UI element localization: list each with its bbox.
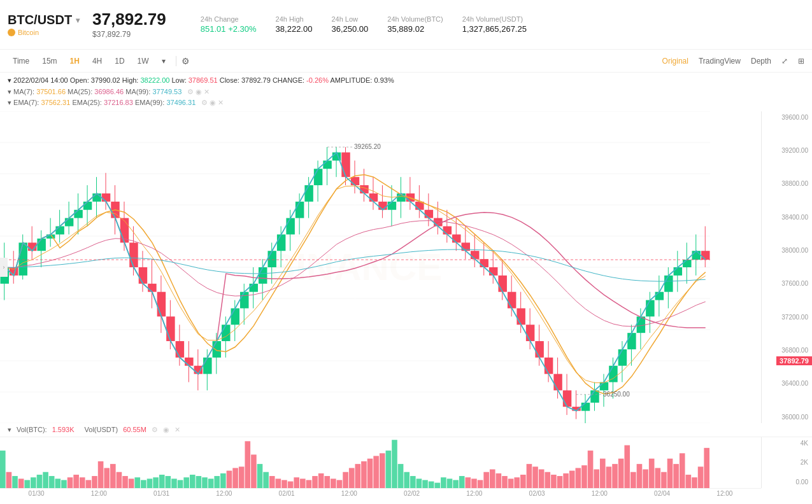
toolbar-15m[interactable]: 15m — [37, 55, 62, 67]
ma-close-icon[interactable]: ✕ — [204, 88, 210, 95]
vol-usdt-chart: 60.55M — [123, 426, 146, 433]
ma-line: ▾ MA(7): 37501.66 MA(25): 36986.46 MA(99… — [8, 87, 804, 98]
ema-close-icon[interactable]: ✕ — [218, 99, 224, 106]
chart-info: ▾ 2022/02/04 14:00 Open: 37990.02 High: … — [0, 73, 812, 111]
header: BTC/USDT ▾ Bitcoin 37,892.79 $37,892.79 … — [0, 0, 812, 50]
time-label-5: 12:00 — [341, 490, 357, 497]
time-label-6: 02/02 — [404, 490, 420, 497]
ma99: 37749.53 — [152, 88, 182, 95]
pair-info: BTC/USDT ▾ Bitcoin — [8, 13, 80, 36]
main-price: 37,892.79 — [92, 11, 166, 27]
chart-expand-left[interactable]: › — [0, 258, 8, 277]
ema25: 37216.83 — [104, 99, 133, 106]
toolbar-1d[interactable]: 1D — [110, 55, 129, 67]
time-label-8: 02/03 — [529, 490, 545, 497]
time-label-10: 02/04 — [654, 490, 670, 497]
toolbar-tradingview[interactable]: TradingView — [699, 57, 741, 66]
ohlc-close: 37892.79 — [241, 76, 271, 84]
pair-dropdown-icon[interactable]: ▾ — [76, 16, 80, 25]
vol-tick-2k: 2K — [762, 459, 812, 466]
pair-name: BTC/USDT ▾ — [8, 13, 80, 27]
time-label-7: 12:00 — [466, 490, 482, 497]
ema-hide-icon[interactable]: ◉ — [210, 99, 216, 106]
vol-axis: 4K 2K 0.00 — [761, 437, 812, 488]
price-axis: 39600.00 39200.00 38800.00 38400.00 3800… — [761, 111, 812, 423]
vol-tick-0: 0.00 — [762, 479, 812, 486]
toolbar-4h[interactable]: 4H — [87, 55, 107, 67]
ohlc-date: 2022/02/04 14:00 — [13, 76, 68, 84]
time-label-9: 12:00 — [592, 490, 608, 497]
stat-vol-btc: 24h Volume(BTC) 35,889.02 — [387, 15, 443, 34]
vol-usdt-value: 1,327,865,267.25 — [462, 24, 527, 34]
price-usd: $37,892.79 — [92, 30, 179, 39]
stat-vol-usdt: 24h Volume(USDT) 1,327,865,267.25 — [462, 15, 527, 34]
ohlc-line: ▾ 2022/02/04 14:00 Open: 37990.02 High: … — [8, 75, 804, 87]
change-value: 851.01 +2.30% — [201, 24, 257, 34]
toolbar-divider — [176, 56, 176, 66]
vol-btc-value: 35,889.02 — [387, 24, 443, 34]
time-label-3: 12:00 — [216, 490, 232, 497]
btc-icon — [8, 29, 15, 36]
vol-settings-icon[interactable]: ⚙ — [152, 426, 158, 434]
time-label-11: 12:00 — [716, 490, 732, 497]
current-price-label: 37892.79 — [776, 356, 812, 365]
low-value: 36,250.00 — [331, 24, 368, 34]
toolbar-depth[interactable]: Depth — [751, 57, 771, 66]
ohlc-amplitude: 0.93% — [374, 76, 394, 84]
expand-icon[interactable]: ⤢ — [781, 57, 788, 66]
ohlc-open: 37990.02 — [91, 76, 120, 84]
time-axis: 01/30 12:00 01/31 12:00 02/01 12:00 02/0… — [0, 488, 761, 498]
volume-info: ▾ Vol(BTC): 1.593K Vol(USDT) 60.55M ⚙ ◉ … — [0, 423, 812, 437]
vol-tick-4k: 4K — [762, 440, 812, 447]
toolbar-time: Time — [8, 55, 34, 67]
vol-close-icon[interactable]: ✕ — [175, 426, 180, 434]
stats-grid: 24h Change 851.01 +2.30% 24h High 38,222… — [201, 15, 527, 34]
toolbar: Time 15m 1H 4H 1D 1W ▾ ⚙ Original Tradin… — [0, 50, 812, 73]
ohlc-low: 37869.51 — [189, 76, 218, 84]
pair-subtitle[interactable]: Bitcoin — [8, 29, 80, 36]
settings-icon[interactable]: ⚙ — [182, 56, 190, 66]
ohlc-change: -0.26% — [306, 76, 329, 84]
ema-settings-icon[interactable]: ⚙ — [201, 99, 208, 106]
price-block: 37,892.79 $37,892.79 — [92, 11, 179, 39]
ema-line: ▾ EMA(7): 37562.31 EMA(25): 37216.83 EMA… — [8, 97, 804, 109]
ma-hide-icon[interactable]: ◉ — [196, 88, 202, 95]
ma7: 37501.66 — [36, 88, 66, 95]
time-label-4: 02/01 — [279, 490, 295, 497]
price-tick-top: 39600.00 — [762, 114, 812, 121]
stat-low: 24h Low 36,250.00 — [331, 15, 368, 34]
time-label-0: 01/30 — [29, 490, 45, 497]
pair-symbol: BTC/USDT — [8, 13, 72, 27]
main-chart-canvas[interactable] — [0, 111, 761, 423]
main-chart-wrapper: 39600.00 39200.00 38800.00 38400.00 3800… — [0, 111, 812, 423]
toolbar-1w[interactable]: 1W — [132, 55, 154, 67]
high-value: 38,222.00 — [276, 24, 313, 34]
grid-icon[interactable]: ⊞ — [798, 57, 804, 66]
ma-settings-icon[interactable]: ⚙ — [187, 88, 194, 95]
toolbar-more-intervals[interactable]: ▾ — [157, 55, 171, 67]
toolbar-right: Original TradingView Depth ⤢ ⊞ — [662, 57, 804, 66]
stat-high: 24h High 38,222.00 — [276, 15, 313, 34]
volume-chart-canvas[interactable] — [0, 437, 761, 488]
ohlc-high: 38222.00 — [141, 76, 170, 84]
toolbar-original[interactable]: Original — [662, 57, 688, 66]
volume-chart-wrapper: 4K 2K 0.00 — [0, 437, 812, 488]
stat-change: 24h Change 851.01 +2.30% — [201, 15, 257, 34]
ma25: 36986.46 — [94, 88, 124, 95]
vol-hide-icon[interactable]: ◉ — [163, 426, 169, 434]
time-label-2: 01/31 — [153, 490, 169, 497]
vol-btc-chart: 1.593K — [52, 426, 75, 433]
toolbar-1h[interactable]: 1H — [65, 55, 85, 67]
ema99: 37496.31 — [166, 99, 196, 106]
ema7: 37562.31 — [41, 99, 70, 106]
time-label-1: 12:00 — [91, 490, 107, 497]
